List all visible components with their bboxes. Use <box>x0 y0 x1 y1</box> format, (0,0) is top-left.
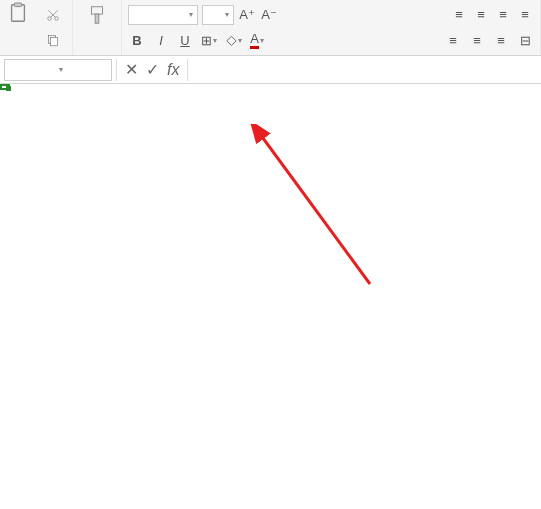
chevron-down-icon: ▾ <box>59 65 63 74</box>
annotation-arrow <box>250 124 390 294</box>
svg-rect-0 <box>12 5 25 22</box>
format-painter-button[interactable] <box>79 2 115 28</box>
chevron-down-icon: ▾ <box>225 10 229 19</box>
paste-button[interactable] <box>0 0 36 55</box>
align-left-button[interactable]: ≡ <box>444 31 462 49</box>
decrease-font-button[interactable]: A⁻ <box>260 6 278 24</box>
underline-button[interactable]: U <box>176 31 194 49</box>
house-icon <box>501 479 529 503</box>
border-button[interactable]: ⊞▾ <box>200 31 218 49</box>
orientation-button[interactable]: ≡ <box>516 6 534 24</box>
copy-icon <box>46 33 60 47</box>
bucket-icon <box>224 33 237 47</box>
align-bottom-button[interactable]: ≡ <box>494 6 512 24</box>
svg-rect-7 <box>95 14 99 23</box>
cut-button[interactable] <box>42 6 66 24</box>
scissors-icon <box>46 8 60 22</box>
svg-rect-6 <box>92 7 103 14</box>
svg-line-8 <box>260 134 370 284</box>
font-color-button[interactable]: A▾ <box>248 31 266 49</box>
font-size-select[interactable]: ▾ <box>202 5 234 25</box>
fill-color-button[interactable]: ▾ <box>224 31 242 49</box>
formula-bar: ▾ ✕ ✓ fx <box>0 56 541 84</box>
bold-button[interactable]: B <box>128 31 146 49</box>
cell-editor[interactable] <box>0 84 10 90</box>
cancel-formula-button[interactable]: ✕ <box>125 60 138 79</box>
svg-rect-1 <box>14 3 21 7</box>
copy-button[interactable] <box>42 31 66 49</box>
align-center-button[interactable]: ≡ <box>468 31 486 49</box>
fill-handle[interactable] <box>6 86 11 91</box>
brush-icon <box>85 4 109 26</box>
italic-button[interactable]: I <box>152 31 170 49</box>
fx-button[interactable]: fx <box>167 61 179 79</box>
svg-rect-5 <box>51 38 58 46</box>
increase-font-button[interactable]: A⁺ <box>238 6 256 24</box>
accept-formula-button[interactable]: ✓ <box>146 60 159 79</box>
ribbon-toolbar: ▾ ▾ A⁺ A⁻ ≡ ≡ ≡ ≡ B I U ⊞▾ ▾ A▾ ≡ ≡ ≡ ⊟ <box>0 0 541 56</box>
align-top-button[interactable]: ≡ <box>450 6 468 24</box>
font-name-select[interactable]: ▾ <box>128 5 198 25</box>
chevron-down-icon: ▾ <box>189 10 193 19</box>
align-right-button[interactable]: ≡ <box>492 31 510 49</box>
name-box[interactable]: ▾ <box>4 59 112 81</box>
watermark <box>501 479 533 503</box>
merge-button[interactable]: ⊟ <box>516 31 534 49</box>
clipboard-icon <box>6 2 30 24</box>
align-middle-button[interactable]: ≡ <box>472 6 490 24</box>
formula-input[interactable] <box>188 59 541 81</box>
